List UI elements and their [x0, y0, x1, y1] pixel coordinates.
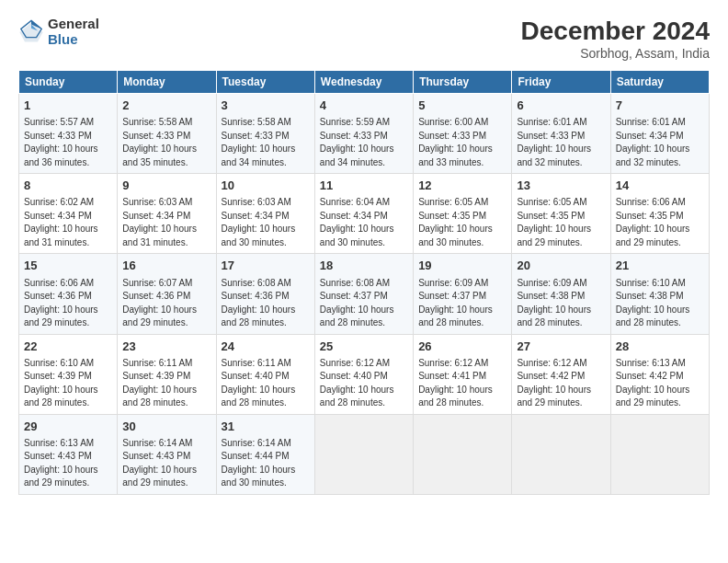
day-number: 6: [517, 98, 605, 114]
week-row-1: 1Sunrise: 5:57 AM Sunset: 4:33 PM Daylig…: [19, 94, 710, 174]
cell-content: Sunrise: 6:13 AM Sunset: 4:43 PM Dayligh…: [24, 437, 112, 490]
cell-content: Sunrise: 5:58 AM Sunset: 4:33 PM Dayligh…: [122, 116, 210, 169]
cell: 21Sunrise: 6:10 AM Sunset: 4:38 PM Dayli…: [610, 254, 709, 334]
cell: 8Sunrise: 6:02 AM Sunset: 4:34 PM Daylig…: [19, 174, 118, 254]
cell: [610, 414, 709, 494]
cell: [314, 414, 413, 494]
cell: [512, 414, 610, 494]
logo-text: General Blue: [48, 17, 99, 47]
logo: General Blue: [18, 17, 99, 47]
logo-icon: [18, 19, 44, 45]
cell-content: Sunrise: 6:07 AM Sunset: 4:36 PM Dayligh…: [122, 277, 210, 330]
cell-content: Sunrise: 6:09 AM Sunset: 4:37 PM Dayligh…: [418, 277, 506, 330]
subtitle: Sorbhog, Assam, India: [521, 46, 710, 61]
cell: 25Sunrise: 6:12 AM Sunset: 4:40 PM Dayli…: [314, 334, 413, 414]
day-number: 13: [517, 178, 605, 194]
cell: 23Sunrise: 6:11 AM Sunset: 4:39 PM Dayli…: [118, 334, 216, 414]
cell-content: Sunrise: 6:06 AM Sunset: 4:36 PM Dayligh…: [24, 277, 112, 330]
cell: 4Sunrise: 5:59 AM Sunset: 4:33 PM Daylig…: [314, 94, 413, 174]
cell-content: Sunrise: 6:14 AM Sunset: 4:44 PM Dayligh…: [222, 437, 310, 490]
cell: 18Sunrise: 6:08 AM Sunset: 4:37 PM Dayli…: [314, 254, 413, 334]
day-number: 3: [222, 98, 310, 114]
cell: 24Sunrise: 6:11 AM Sunset: 4:40 PM Dayli…: [216, 334, 314, 414]
col-monday: Monday: [118, 71, 216, 94]
cell-content: Sunrise: 6:03 AM Sunset: 4:34 PM Dayligh…: [222, 196, 310, 249]
page: General Blue December 2024 Sorbhog, Assa…: [0, 0, 728, 563]
cell: 5Sunrise: 6:00 AM Sunset: 4:33 PM Daylig…: [414, 94, 512, 174]
cell: 26Sunrise: 6:12 AM Sunset: 4:41 PM Dayli…: [414, 334, 512, 414]
cell: 2Sunrise: 5:58 AM Sunset: 4:33 PM Daylig…: [118, 94, 216, 174]
day-number: 27: [517, 339, 605, 355]
cell: [414, 414, 512, 494]
day-number: 1: [24, 98, 112, 114]
day-number: 24: [222, 339, 310, 355]
col-sunday: Sunday: [19, 71, 118, 94]
col-thursday: Thursday: [414, 71, 512, 94]
week-row-4: 22Sunrise: 6:10 AM Sunset: 4:39 PM Dayli…: [19, 334, 710, 414]
day-number: 22: [24, 339, 112, 355]
day-number: 15: [24, 258, 112, 274]
day-number: 28: [616, 339, 704, 355]
title-block: December 2024 Sorbhog, Assam, India: [521, 17, 710, 61]
cell-content: Sunrise: 6:12 AM Sunset: 4:42 PM Dayligh…: [517, 357, 605, 410]
cell: 11Sunrise: 6:04 AM Sunset: 4:34 PM Dayli…: [314, 174, 413, 254]
cell: 27Sunrise: 6:12 AM Sunset: 4:42 PM Dayli…: [512, 334, 610, 414]
day-number: 14: [616, 178, 704, 194]
day-number: 11: [320, 178, 408, 194]
cell: 10Sunrise: 6:03 AM Sunset: 4:34 PM Dayli…: [216, 174, 314, 254]
cell-content: Sunrise: 5:57 AM Sunset: 4:33 PM Dayligh…: [24, 116, 112, 169]
cell: 19Sunrise: 6:09 AM Sunset: 4:37 PM Dayli…: [414, 254, 512, 334]
day-number: 2: [122, 98, 210, 114]
cell-content: Sunrise: 6:11 AM Sunset: 4:39 PM Dayligh…: [122, 357, 210, 410]
day-number: 21: [616, 258, 704, 274]
col-saturday: Saturday: [610, 71, 709, 94]
day-number: 23: [122, 339, 210, 355]
day-number: 29: [24, 419, 112, 435]
cell-content: Sunrise: 5:58 AM Sunset: 4:33 PM Dayligh…: [222, 116, 310, 169]
cell: 15Sunrise: 6:06 AM Sunset: 4:36 PM Dayli…: [19, 254, 118, 334]
day-number: 12: [418, 178, 506, 194]
logo-general: General: [48, 17, 99, 32]
day-number: 18: [320, 258, 408, 274]
day-number: 31: [222, 419, 310, 435]
day-number: 16: [122, 258, 210, 274]
cell: 20Sunrise: 6:09 AM Sunset: 4:38 PM Dayli…: [512, 254, 610, 334]
cell: 14Sunrise: 6:06 AM Sunset: 4:35 PM Dayli…: [610, 174, 709, 254]
week-row-5: 29Sunrise: 6:13 AM Sunset: 4:43 PM Dayli…: [19, 414, 710, 494]
day-number: 25: [320, 339, 408, 355]
cell: 29Sunrise: 6:13 AM Sunset: 4:43 PM Dayli…: [19, 414, 118, 494]
day-number: 8: [24, 178, 112, 194]
cell-content: Sunrise: 6:06 AM Sunset: 4:35 PM Dayligh…: [616, 196, 704, 249]
cell-content: Sunrise: 6:12 AM Sunset: 4:40 PM Dayligh…: [320, 357, 408, 410]
cell: 3Sunrise: 5:58 AM Sunset: 4:33 PM Daylig…: [216, 94, 314, 174]
cell: 31Sunrise: 6:14 AM Sunset: 4:44 PM Dayli…: [216, 414, 314, 494]
cell-content: Sunrise: 6:01 AM Sunset: 4:33 PM Dayligh…: [517, 116, 605, 169]
cell: 22Sunrise: 6:10 AM Sunset: 4:39 PM Dayli…: [19, 334, 118, 414]
cell-content: Sunrise: 6:09 AM Sunset: 4:38 PM Dayligh…: [517, 277, 605, 330]
week-row-2: 8Sunrise: 6:02 AM Sunset: 4:34 PM Daylig…: [19, 174, 710, 254]
cell-content: Sunrise: 6:00 AM Sunset: 4:33 PM Dayligh…: [418, 116, 506, 169]
cell-content: Sunrise: 6:10 AM Sunset: 4:38 PM Dayligh…: [616, 277, 704, 330]
header-row: Sunday Monday Tuesday Wednesday Thursday…: [19, 71, 710, 94]
week-row-3: 15Sunrise: 6:06 AM Sunset: 4:36 PM Dayli…: [19, 254, 710, 334]
cell-content: Sunrise: 6:11 AM Sunset: 4:40 PM Dayligh…: [222, 357, 310, 410]
cell: 28Sunrise: 6:13 AM Sunset: 4:42 PM Dayli…: [610, 334, 709, 414]
cell: 1Sunrise: 5:57 AM Sunset: 4:33 PM Daylig…: [19, 94, 118, 174]
cell-content: Sunrise: 6:04 AM Sunset: 4:34 PM Dayligh…: [320, 196, 408, 249]
day-number: 5: [418, 98, 506, 114]
cell-content: Sunrise: 6:03 AM Sunset: 4:34 PM Dayligh…: [122, 196, 210, 249]
cell-content: Sunrise: 6:05 AM Sunset: 4:35 PM Dayligh…: [418, 196, 506, 249]
cell-content: Sunrise: 6:12 AM Sunset: 4:41 PM Dayligh…: [418, 357, 506, 410]
logo-blue: Blue: [48, 32, 99, 48]
cell: 30Sunrise: 6:14 AM Sunset: 4:43 PM Dayli…: [118, 414, 216, 494]
day-number: 7: [616, 98, 704, 114]
cell: 7Sunrise: 6:01 AM Sunset: 4:34 PM Daylig…: [610, 94, 709, 174]
cell-content: Sunrise: 6:14 AM Sunset: 4:43 PM Dayligh…: [122, 437, 210, 490]
cell: 6Sunrise: 6:01 AM Sunset: 4:33 PM Daylig…: [512, 94, 610, 174]
cell-content: Sunrise: 6:10 AM Sunset: 4:39 PM Dayligh…: [24, 357, 112, 410]
cell: 16Sunrise: 6:07 AM Sunset: 4:36 PM Dayli…: [118, 254, 216, 334]
cell-content: Sunrise: 6:08 AM Sunset: 4:37 PM Dayligh…: [320, 277, 408, 330]
header: General Blue December 2024 Sorbhog, Assa…: [18, 17, 710, 61]
cell-content: Sunrise: 6:05 AM Sunset: 4:35 PM Dayligh…: [517, 196, 605, 249]
calendar-table: Sunday Monday Tuesday Wednesday Thursday…: [18, 70, 710, 495]
